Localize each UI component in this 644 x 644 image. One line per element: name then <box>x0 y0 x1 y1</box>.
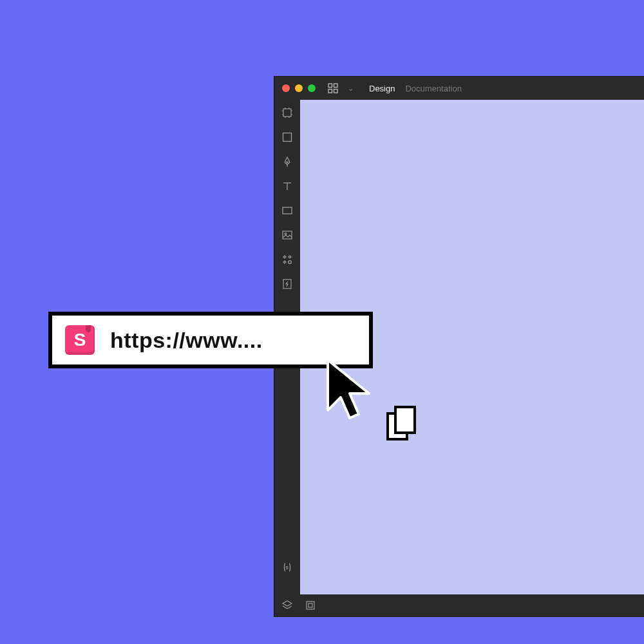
components-tool[interactable] <box>281 253 294 266</box>
svg-rect-13 <box>283 133 292 142</box>
svg-rect-24 <box>307 601 314 609</box>
components-icon <box>281 254 293 265</box>
cursor-pointer <box>324 357 379 431</box>
svg-rect-25 <box>308 603 312 607</box>
svg-rect-27 <box>395 407 415 433</box>
copy-pages-icon <box>385 404 419 443</box>
site-badge: S <box>65 325 95 355</box>
svg-rect-3 <box>334 90 338 93</box>
close-window-button[interactable] <box>282 84 290 92</box>
layers-icon <box>281 600 293 611</box>
text-tool[interactable] <box>281 180 294 193</box>
svg-rect-18 <box>283 207 292 214</box>
apps-button[interactable] <box>326 81 340 95</box>
svg-point-21 <box>289 261 292 264</box>
chevron-down-icon[interactable]: ⌄ <box>348 84 354 93</box>
window-traffic-lights <box>282 84 316 92</box>
assets-tool[interactable] <box>304 599 317 612</box>
svg-rect-0 <box>328 84 332 88</box>
artboard-icon <box>281 107 293 118</box>
titlebar: ⌄ Design Documentation <box>274 77 644 100</box>
image-icon <box>281 229 293 241</box>
svg-rect-4 <box>283 109 291 117</box>
assets-icon <box>305 600 316 611</box>
maximize-window-button[interactable] <box>308 84 316 92</box>
url-text[interactable]: https://www.... <box>110 328 263 353</box>
svg-rect-1 <box>334 84 338 88</box>
rectangle-tool[interactable] <box>281 131 294 144</box>
cursor-arrow-icon <box>324 357 379 428</box>
rectangle-icon <box>281 131 293 143</box>
tab-design[interactable]: Design <box>369 84 395 93</box>
svg-rect-2 <box>328 90 332 93</box>
variables-tool[interactable]: $ <box>281 561 294 574</box>
site-badge-letter: S <box>74 330 86 350</box>
bolt-tool[interactable] <box>281 278 294 290</box>
image-tool[interactable] <box>281 229 294 242</box>
bottom-tools: $ <box>274 561 300 588</box>
text-icon <box>281 180 293 192</box>
svg-point-20 <box>285 233 287 235</box>
layers-tool[interactable] <box>281 599 294 612</box>
bolt-icon <box>282 278 292 290</box>
tab-documentation[interactable]: Documentation <box>405 84 461 93</box>
svg-text:$: $ <box>285 565 289 571</box>
pen-tool[interactable] <box>281 155 294 168</box>
top-nav: Design Documentation <box>369 84 462 93</box>
frame-icon <box>281 206 293 215</box>
pen-icon <box>281 156 293 167</box>
bottom-bar <box>274 594 644 616</box>
artboard-tool[interactable] <box>281 106 294 119</box>
frame-tool[interactable] <box>281 204 294 217</box>
minimize-window-button[interactable] <box>295 84 303 92</box>
grid-apps-icon <box>328 83 338 93</box>
svg-point-14 <box>287 162 288 163</box>
drag-copy-hint <box>385 404 419 446</box>
svg-rect-19 <box>283 231 292 239</box>
variables-icon: $ <box>281 562 293 573</box>
